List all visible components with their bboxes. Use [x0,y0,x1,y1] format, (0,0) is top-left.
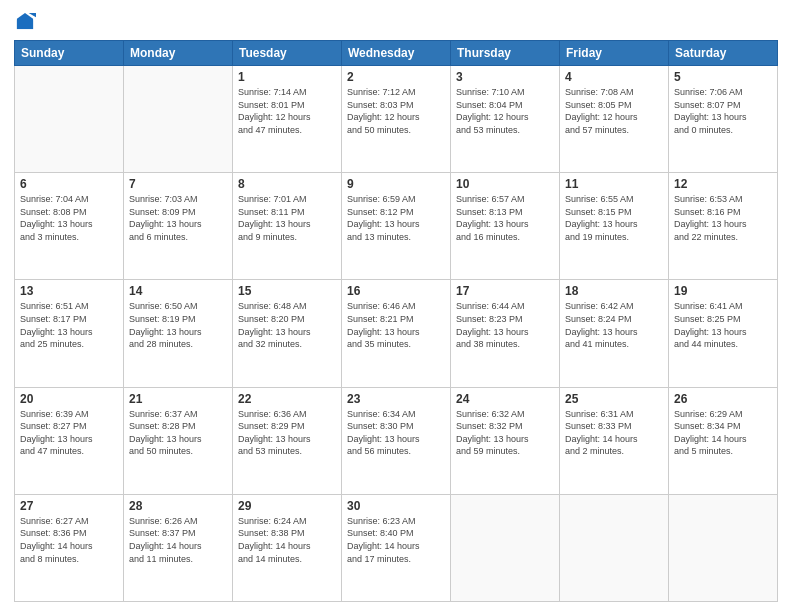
day-header: Wednesday [342,41,451,66]
day-info: Sunrise: 6:53 AM Sunset: 8:16 PM Dayligh… [674,193,772,243]
day-number: 25 [565,392,663,406]
day-info: Sunrise: 7:12 AM Sunset: 8:03 PM Dayligh… [347,86,445,136]
calendar-cell: 21Sunrise: 6:37 AM Sunset: 8:28 PM Dayli… [124,387,233,494]
day-info: Sunrise: 6:32 AM Sunset: 8:32 PM Dayligh… [456,408,554,458]
day-info: Sunrise: 6:23 AM Sunset: 8:40 PM Dayligh… [347,515,445,565]
day-number: 30 [347,499,445,513]
day-info: Sunrise: 6:59 AM Sunset: 8:12 PM Dayligh… [347,193,445,243]
calendar-cell: 3Sunrise: 7:10 AM Sunset: 8:04 PM Daylig… [451,66,560,173]
day-info: Sunrise: 7:06 AM Sunset: 8:07 PM Dayligh… [674,86,772,136]
page-container: SundayMondayTuesdayWednesdayThursdayFrid… [0,0,792,612]
day-number: 16 [347,284,445,298]
calendar-cell: 2Sunrise: 7:12 AM Sunset: 8:03 PM Daylig… [342,66,451,173]
day-number: 21 [129,392,227,406]
calendar-cell: 23Sunrise: 6:34 AM Sunset: 8:30 PM Dayli… [342,387,451,494]
day-number: 29 [238,499,336,513]
day-number: 6 [20,177,118,191]
calendar-cell: 15Sunrise: 6:48 AM Sunset: 8:20 PM Dayli… [233,280,342,387]
day-number: 10 [456,177,554,191]
day-info: Sunrise: 6:42 AM Sunset: 8:24 PM Dayligh… [565,300,663,350]
day-info: Sunrise: 7:04 AM Sunset: 8:08 PM Dayligh… [20,193,118,243]
day-header: Friday [560,41,669,66]
calendar-cell: 28Sunrise: 6:26 AM Sunset: 8:37 PM Dayli… [124,494,233,601]
day-info: Sunrise: 6:41 AM Sunset: 8:25 PM Dayligh… [674,300,772,350]
calendar-cell [124,66,233,173]
day-number: 11 [565,177,663,191]
day-number: 24 [456,392,554,406]
day-number: 1 [238,70,336,84]
calendar-cell: 14Sunrise: 6:50 AM Sunset: 8:19 PM Dayli… [124,280,233,387]
day-info: Sunrise: 6:31 AM Sunset: 8:33 PM Dayligh… [565,408,663,458]
day-info: Sunrise: 7:10 AM Sunset: 8:04 PM Dayligh… [456,86,554,136]
day-header: Thursday [451,41,560,66]
calendar-cell: 16Sunrise: 6:46 AM Sunset: 8:21 PM Dayli… [342,280,451,387]
day-info: Sunrise: 6:36 AM Sunset: 8:29 PM Dayligh… [238,408,336,458]
calendar-cell: 29Sunrise: 6:24 AM Sunset: 8:38 PM Dayli… [233,494,342,601]
day-number: 28 [129,499,227,513]
calendar-cell: 9Sunrise: 6:59 AM Sunset: 8:12 PM Daylig… [342,173,451,280]
day-number: 17 [456,284,554,298]
day-number: 26 [674,392,772,406]
day-number: 7 [129,177,227,191]
day-info: Sunrise: 7:14 AM Sunset: 8:01 PM Dayligh… [238,86,336,136]
calendar-cell [560,494,669,601]
day-number: 5 [674,70,772,84]
day-info: Sunrise: 6:37 AM Sunset: 8:28 PM Dayligh… [129,408,227,458]
calendar-cell: 12Sunrise: 6:53 AM Sunset: 8:16 PM Dayli… [669,173,778,280]
day-info: Sunrise: 7:03 AM Sunset: 8:09 PM Dayligh… [129,193,227,243]
day-info: Sunrise: 7:01 AM Sunset: 8:11 PM Dayligh… [238,193,336,243]
day-number: 18 [565,284,663,298]
calendar-cell [451,494,560,601]
day-info: Sunrise: 6:24 AM Sunset: 8:38 PM Dayligh… [238,515,336,565]
header [14,10,778,32]
calendar-cell: 10Sunrise: 6:57 AM Sunset: 8:13 PM Dayli… [451,173,560,280]
calendar-cell: 18Sunrise: 6:42 AM Sunset: 8:24 PM Dayli… [560,280,669,387]
day-number: 15 [238,284,336,298]
calendar-week-row: 6Sunrise: 7:04 AM Sunset: 8:08 PM Daylig… [15,173,778,280]
calendar-cell: 20Sunrise: 6:39 AM Sunset: 8:27 PM Dayli… [15,387,124,494]
day-number: 19 [674,284,772,298]
day-number: 4 [565,70,663,84]
calendar-week-row: 13Sunrise: 6:51 AM Sunset: 8:17 PM Dayli… [15,280,778,387]
day-number: 8 [238,177,336,191]
day-info: Sunrise: 6:51 AM Sunset: 8:17 PM Dayligh… [20,300,118,350]
calendar-cell: 6Sunrise: 7:04 AM Sunset: 8:08 PM Daylig… [15,173,124,280]
day-number: 22 [238,392,336,406]
calendar-cell: 30Sunrise: 6:23 AM Sunset: 8:40 PM Dayli… [342,494,451,601]
day-header: Tuesday [233,41,342,66]
day-number: 2 [347,70,445,84]
day-number: 12 [674,177,772,191]
day-info: Sunrise: 6:57 AM Sunset: 8:13 PM Dayligh… [456,193,554,243]
day-header: Monday [124,41,233,66]
day-info: Sunrise: 6:46 AM Sunset: 8:21 PM Dayligh… [347,300,445,350]
calendar-week-row: 27Sunrise: 6:27 AM Sunset: 8:36 PM Dayli… [15,494,778,601]
svg-rect-2 [17,20,33,29]
calendar-week-row: 1Sunrise: 7:14 AM Sunset: 8:01 PM Daylig… [15,66,778,173]
day-info: Sunrise: 7:08 AM Sunset: 8:05 PM Dayligh… [565,86,663,136]
calendar-cell: 13Sunrise: 6:51 AM Sunset: 8:17 PM Dayli… [15,280,124,387]
calendar-cell: 4Sunrise: 7:08 AM Sunset: 8:05 PM Daylig… [560,66,669,173]
logo [14,10,40,32]
calendar-cell: 24Sunrise: 6:32 AM Sunset: 8:32 PM Dayli… [451,387,560,494]
calendar-cell: 25Sunrise: 6:31 AM Sunset: 8:33 PM Dayli… [560,387,669,494]
calendar-cell [15,66,124,173]
day-info: Sunrise: 6:44 AM Sunset: 8:23 PM Dayligh… [456,300,554,350]
day-info: Sunrise: 6:55 AM Sunset: 8:15 PM Dayligh… [565,193,663,243]
day-info: Sunrise: 6:34 AM Sunset: 8:30 PM Dayligh… [347,408,445,458]
day-info: Sunrise: 6:39 AM Sunset: 8:27 PM Dayligh… [20,408,118,458]
calendar-cell: 27Sunrise: 6:27 AM Sunset: 8:36 PM Dayli… [15,494,124,601]
calendar-cell: 1Sunrise: 7:14 AM Sunset: 8:01 PM Daylig… [233,66,342,173]
calendar-cell: 11Sunrise: 6:55 AM Sunset: 8:15 PM Dayli… [560,173,669,280]
calendar-cell: 7Sunrise: 7:03 AM Sunset: 8:09 PM Daylig… [124,173,233,280]
calendar-cell: 8Sunrise: 7:01 AM Sunset: 8:11 PM Daylig… [233,173,342,280]
day-info: Sunrise: 6:27 AM Sunset: 8:36 PM Dayligh… [20,515,118,565]
day-info: Sunrise: 6:29 AM Sunset: 8:34 PM Dayligh… [674,408,772,458]
day-number: 13 [20,284,118,298]
calendar-week-row: 20Sunrise: 6:39 AM Sunset: 8:27 PM Dayli… [15,387,778,494]
day-info: Sunrise: 6:48 AM Sunset: 8:20 PM Dayligh… [238,300,336,350]
day-header: Sunday [15,41,124,66]
day-header: Saturday [669,41,778,66]
logo-icon [14,10,36,32]
day-number: 3 [456,70,554,84]
day-number: 9 [347,177,445,191]
